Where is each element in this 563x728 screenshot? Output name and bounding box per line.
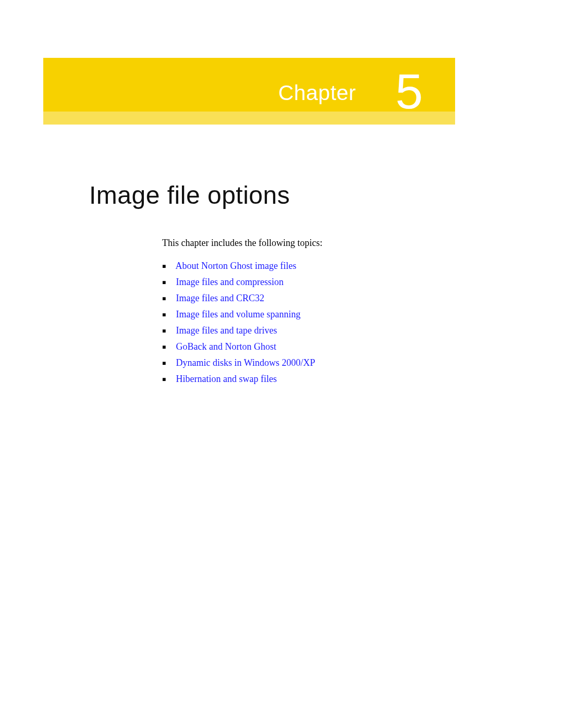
topic-item: ■ GoBack and Norton Ghost — [162, 341, 315, 352]
topic-link[interactable]: About Norton Ghost image files — [176, 261, 297, 271]
topic-item: ■ Hibernation and swap files — [162, 374, 315, 385]
intro-text: This chapter includes the following topi… — [162, 238, 322, 249]
topic-item: ■ Image files and compression — [162, 277, 315, 288]
topic-list: ■ About Norton Ghost image files ■ Image… — [162, 255, 315, 385]
bullet-icon: ■ — [162, 327, 174, 335]
chapter-title: Image file options — [89, 181, 290, 209]
bullet-icon: ■ — [162, 295, 174, 302]
chapter-label: Chapter — [43, 81, 356, 105]
bullet-icon: ■ — [162, 376, 174, 383]
chapter-number-box: 5 — [365, 58, 454, 125]
topic-item: ■ Image files and volume spanning — [162, 309, 315, 320]
topic-item: ■ Image files and CRC32 — [162, 293, 315, 304]
bullet-icon: ■ — [162, 311, 174, 318]
chapter-number: 5 — [396, 67, 423, 116]
topic-link[interactable]: Dynamic disks in Windows 2000/XP — [176, 357, 315, 368]
bullet-icon: ■ — [162, 279, 174, 286]
topic-link[interactable]: Image files and compression — [176, 277, 284, 287]
topic-link[interactable]: GoBack and Norton Ghost — [176, 341, 276, 352]
topic-item: ■ About Norton Ghost image files — [162, 261, 315, 272]
topic-link[interactable]: Image files and CRC32 — [176, 293, 264, 303]
bullet-icon: ■ — [162, 360, 174, 367]
bullet-icon: ■ — [162, 343, 174, 351]
topic-link[interactable]: Hibernation and swap files — [176, 374, 277, 384]
topic-item: ■ Dynamic disks in Windows 2000/XP — [162, 357, 315, 368]
bullet-icon: ■ — [162, 263, 174, 270]
topic-item: ■ Image files and tape drives — [162, 325, 315, 336]
topic-link[interactable]: Image files and volume spanning — [176, 309, 301, 319]
topic-link[interactable]: Image files and tape drives — [176, 325, 277, 336]
